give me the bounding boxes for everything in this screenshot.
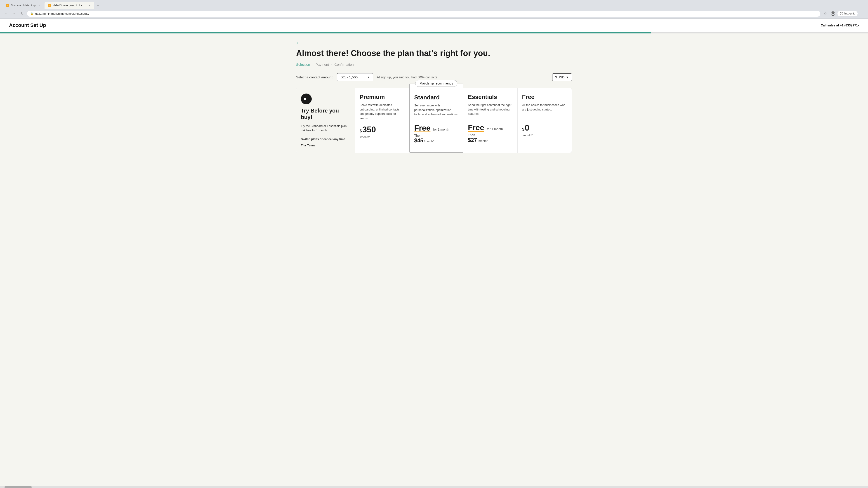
browser-title-bar: M Success | Mailchimp ✕ M Hello! You're … (0, 0, 868, 9)
premium-price-row: $ 350 (360, 125, 405, 134)
svg-point-1 (832, 12, 834, 14)
premium-column: Premium Scale fast with dedicated onboar… (355, 88, 409, 153)
contact-select-value: 501 - 1,500 (340, 75, 365, 79)
breadcrumb-sep-1: › (312, 63, 313, 66)
standard-then-period: /month* (424, 140, 434, 143)
essentials-free-row: Free for 1 month (468, 123, 513, 132)
back-button[interactable]: ← (3, 10, 9, 17)
standard-free-label: Free (414, 124, 431, 132)
incognito-label: Incognito (844, 12, 855, 15)
tab-2-favicon: M (48, 4, 51, 7)
main-container: ← Almost there! Choose the plan that's r… (287, 33, 581, 160)
essentials-then-label: Then (468, 133, 513, 137)
standard-free-row: Free for 1 month (414, 124, 459, 132)
standard-column: Mailchimp recommends Standard Sell even … (409, 84, 464, 153)
breadcrumb-sep-2: › (331, 63, 332, 66)
address-bar[interactable]: 🔒 us21.admin.mailchimp.com/signup/setup/ (27, 11, 820, 17)
address-text: us21.admin.mailchimp.com/signup/setup/ (35, 12, 817, 15)
essentials-free-period: for 1 month (487, 127, 503, 131)
currency-arrow: ▼ (566, 75, 569, 79)
back-arrow-button[interactable]: ← (296, 40, 301, 45)
standard-free-period: for 1 month (433, 128, 449, 131)
breadcrumb-confirmation[interactable]: Confirmation (335, 63, 354, 66)
try-title: Try Before you buy! (301, 107, 350, 121)
call-sales-label: Call sales at (821, 24, 839, 27)
essentials-then-price: $27 (468, 137, 477, 143)
try-bold-text: Switch plans or cancel any time. (301, 137, 346, 141)
browser-toolbar: ← → ↻ 🔒 us21.admin.mailchimp.com/signup/… (0, 9, 868, 19)
premium-dollar: $ (360, 129, 362, 133)
svg-point-3 (841, 13, 842, 14)
premium-name: Premium (360, 94, 405, 101)
select-dropdown-arrow: ▼ (367, 76, 370, 79)
choose-plan-heading: Almost there! Choose the plan that's rig… (296, 48, 572, 58)
forward-button[interactable]: → (11, 10, 17, 17)
bookmark-button[interactable]: ☆ (822, 10, 829, 17)
currency-selector[interactable]: $ USD ▼ (552, 73, 572, 81)
browser-tab-2[interactable]: M Hello! You're going to love it he... ✕ (44, 2, 94, 9)
phone-number: +1 (833) 771- (840, 24, 859, 27)
free-desc: All the basics for businesses who are ju… (522, 103, 567, 119)
free-column: Free All the basics for businesses who a… (518, 88, 572, 153)
free-name: Free (522, 94, 567, 101)
page-scrollbar[interactable] (0, 486, 868, 488)
call-sales: Call sales at +1 (833) 771- (821, 24, 859, 27)
new-tab-button[interactable]: + (95, 2, 101, 8)
menu-button[interactable]: ⋮ (859, 10, 865, 17)
tab-1-title: Success | Mailchimp (11, 4, 35, 7)
scrollbar-thumb[interactable] (4, 486, 32, 488)
breadcrumb: Selection › Payment › Confirmation (296, 63, 572, 66)
free-price: 0 (525, 123, 529, 133)
free-period: /month* (523, 133, 567, 137)
essentials-free-label: Free (468, 123, 484, 132)
try-desc: Try the Standard or Essentials plan risk… (301, 124, 350, 141)
tab-2-close[interactable]: ✕ (88, 4, 91, 7)
breadcrumb-selection[interactable]: Selection (296, 63, 310, 66)
premium-period: /month* (360, 135, 405, 139)
tab-1-close[interactable]: ✕ (37, 4, 41, 7)
essentials-then-period: /month* (477, 139, 488, 142)
reload-button[interactable]: ↻ (19, 10, 25, 17)
free-price-row: $ 0 (522, 123, 567, 133)
tab-2-title: Hello! You're going to love it he... (53, 4, 86, 7)
essentials-then-row: $27 /month* (468, 137, 513, 143)
essentials-column: Essentials Send the right content at the… (463, 88, 518, 153)
try-before-column: Try Before you buy! Try the Standard or … (296, 88, 355, 153)
standard-desc: Sell even more with personalization, opt… (414, 103, 459, 119)
page-title: Account Set Up (9, 22, 46, 28)
svg-point-2 (840, 12, 843, 15)
essentials-name: Essentials (468, 94, 513, 101)
free-dollar: $ (522, 127, 524, 132)
browser-chrome: M Success | Mailchimp ✕ M Hello! You're … (0, 0, 868, 19)
browser-tab-1[interactable]: M Success | Mailchimp ✕ (3, 2, 44, 9)
tab-1-favicon: M (6, 4, 9, 7)
signup-note: At sign up, you said you had 500+ contac… (377, 75, 549, 79)
standard-then-row: $45 /month* (414, 137, 459, 144)
premium-desc: Scale fast with dedicated onboarding, un… (360, 103, 405, 121)
lock-icon: 🔒 (30, 12, 33, 15)
top-bar: Account Set Up Call sales at +1 (833) 77… (0, 19, 868, 32)
profile-button[interactable] (830, 10, 836, 17)
trial-terms-link[interactable]: Trial Terms (301, 144, 315, 147)
contact-amount-select[interactable]: 501 - 1,500 ▼ (337, 73, 373, 81)
standard-name: Standard (414, 94, 459, 101)
currency-label: $ USD (555, 75, 564, 79)
standard-then-price: $45 (414, 137, 423, 144)
premium-price: 350 (362, 125, 376, 134)
plans-grid: Try Before you buy! Try the Standard or … (296, 88, 572, 153)
essentials-desc: Send the right content at the right time… (468, 103, 513, 119)
recommend-badge: Mailchimp recommends (415, 80, 457, 87)
incognito-button[interactable]: Incognito (837, 11, 858, 16)
selector-label: Select a contact amount: (296, 75, 333, 79)
try-icon (301, 94, 312, 104)
browser-actions: ☆ Incognito ⋮ (822, 10, 865, 17)
standard-then-label: Then (414, 134, 459, 137)
breadcrumb-payment[interactable]: Payment (315, 63, 329, 66)
page-content: Account Set Up Call sales at +1 (833) 77… (0, 19, 868, 488)
